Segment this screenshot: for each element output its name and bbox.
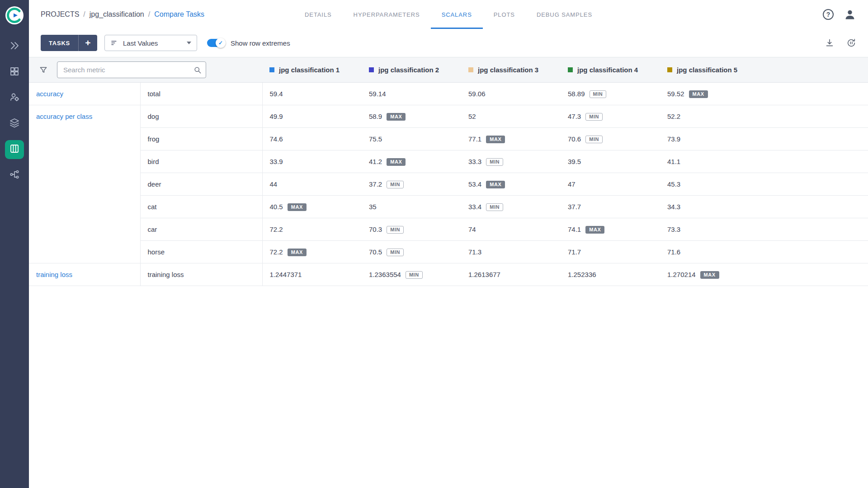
table-row: horse72.2MAX70.5MIN71.371.771.6: [29, 241, 868, 263]
breadcrumb-projects[interactable]: PROJECTS: [41, 10, 79, 19]
metric-value-cell: 71.7: [561, 241, 660, 263]
metric-value-cell: 1.2447371: [262, 263, 362, 286]
metric-value: 71.3: [468, 248, 481, 256]
table-row: car72.270.3MIN7474.1MAX73.3: [29, 218, 868, 241]
sidebar-item-quickstart[interactable]: [0, 33, 29, 59]
sidebar-item-pipelines[interactable]: [0, 162, 29, 188]
metric-value-cell: 77.1MAX: [461, 128, 561, 150]
auto-refresh-icon[interactable]: [846, 38, 856, 48]
left-nav-rail: [0, 0, 29, 488]
values-mode-label: Last Values: [123, 39, 158, 47]
metric-value-cell: 39.5: [561, 150, 660, 173]
sidebar-item-projects[interactable]: [0, 111, 29, 136]
task-color-swatch: [667, 67, 672, 72]
metric-value: 37.7: [568, 203, 581, 211]
metric-value-cell: 35: [362, 196, 461, 218]
metric-name-link[interactable]: accuracy per class: [36, 113, 92, 120]
metric-value: 59.06: [468, 90, 486, 98]
tab-scalars[interactable]: SCALARS: [431, 0, 483, 29]
row-extremes-toggle-wrap: ✓ Show row extremes: [207, 39, 290, 47]
tab-hyperparameters[interactable]: HYPERPARAMETERS: [343, 0, 431, 29]
max-badge: MAX: [585, 226, 604, 234]
metric-value: 70.3: [369, 225, 382, 233]
max-badge: MAX: [689, 90, 708, 98]
task-column-header[interactable]: jpg classification 2: [362, 57, 461, 83]
task-column-header[interactable]: jpg classification 5: [660, 57, 868, 83]
compare-tabs: DETAILS HYPERPARAMETERS SCALARS PLOTS DE…: [294, 0, 603, 29]
agent-icon: [9, 92, 20, 104]
values-mode-dropdown[interactable]: Last Values: [104, 35, 197, 51]
task-color-swatch: [269, 67, 274, 72]
task-column-header[interactable]: jpg classification 4: [561, 57, 660, 83]
toolbar: TASKS + Last Values ✓ Show row extremes: [29, 29, 868, 57]
sidebar-item-experiments[interactable]: [0, 136, 29, 162]
metric-value-cell: 37.2MIN: [362, 173, 461, 196]
user-avatar-icon[interactable]: [844, 8, 856, 21]
tab-details[interactable]: DETAILS: [294, 0, 343, 29]
min-badge: MIN: [486, 203, 503, 211]
search-box: [57, 61, 206, 78]
search-icon[interactable]: [193, 66, 202, 75]
metric-value-cell: 33.9: [262, 150, 362, 173]
metric-value-cell: 1.2613677: [461, 263, 561, 286]
metric-value-cell: 53.4MAX: [461, 173, 561, 196]
sidebar-item-datasets[interactable]: [0, 59, 29, 85]
metric-value-cell: 49.9: [262, 105, 362, 128]
max-badge: MAX: [700, 271, 719, 279]
metric-value: 1.2363554: [369, 271, 401, 278]
table-header-row: jpg classification 1 jpg classification …: [29, 57, 868, 83]
metric-value-cell: 72.2: [262, 218, 362, 241]
tab-plots[interactable]: PLOTS: [483, 0, 526, 29]
metric-value: 73.9: [667, 135, 680, 143]
download-icon[interactable]: [825, 38, 835, 48]
table-row: accuracytotal59.459.1459.0658.89MIN59.52…: [29, 83, 868, 105]
min-badge: MIN: [406, 271, 423, 279]
chevron-down-icon: [187, 42, 191, 44]
metric-name-link[interactable]: accuracy: [36, 90, 63, 98]
clearml-logo[interactable]: [5, 5, 24, 25]
metric-value: 45.3: [667, 180, 680, 188]
pipeline-icon: [9, 169, 20, 182]
layers-icon: [9, 117, 20, 130]
breadcrumb: PROJECTS / jpg_classification / Compare …: [41, 10, 204, 19]
sort-icon: [110, 39, 118, 47]
variant-name: training loss: [140, 263, 262, 286]
breadcrumb-compare-tasks[interactable]: Compare Tasks: [154, 10, 204, 19]
tasks-button[interactable]: TASKS: [41, 35, 78, 51]
metrics-comparison-table: jpg classification 1 jpg classification …: [29, 57, 868, 286]
grid-icon: [9, 66, 20, 79]
variant-name: car: [140, 218, 262, 241]
show-row-extremes-toggle[interactable]: ✓: [207, 39, 225, 47]
metric-value-cell: 73.3: [660, 218, 868, 241]
metric-value: 74.1: [568, 225, 581, 233]
add-task-button[interactable]: +: [78, 35, 97, 51]
max-badge: MAX: [288, 203, 307, 211]
task-column-header[interactable]: jpg classification 1: [262, 57, 362, 83]
breadcrumb-separator: /: [83, 10, 85, 19]
tab-debug-samples[interactable]: DEBUG SAMPLES: [526, 0, 603, 29]
task-color-swatch: [568, 67, 573, 72]
metric-group-cell: accuracy: [29, 83, 140, 105]
table-row: frog74.675.577.1MAX70.6MIN73.9: [29, 128, 868, 150]
table-row: training losstraining loss1.24473711.236…: [29, 263, 868, 286]
filter-icon[interactable]: [39, 66, 48, 75]
metric-value-cell: 47.3MIN: [561, 105, 660, 128]
metric-name-link[interactable]: training loss: [36, 271, 72, 278]
metric-value-cell: 59.52MAX: [660, 83, 868, 105]
sidebar-item-agents[interactable]: [0, 85, 29, 111]
metric-value-cell: 52: [461, 105, 561, 128]
task-column-header[interactable]: jpg classification 3: [461, 57, 561, 83]
breadcrumb-project-name[interactable]: jpg_classification: [90, 10, 144, 19]
main-panel: PROJECTS / jpg_classification / Compare …: [29, 0, 868, 488]
metric-value-cell: 73.9: [660, 128, 868, 150]
metric-value-cell: 71.6: [660, 241, 868, 263]
max-badge: MAX: [387, 113, 406, 121]
help-icon[interactable]: ?: [823, 9, 834, 20]
variant-name: frog: [140, 128, 262, 150]
table-row: cat40.5MAX3533.4MIN37.734.3: [29, 196, 868, 218]
metric-value: 40.5: [270, 203, 283, 211]
metric-value: 1.2447371: [270, 271, 302, 278]
toggle-check-icon: ✓: [216, 38, 226, 48]
search-metric-input[interactable]: [57, 61, 206, 78]
metric-value: 33.9: [270, 158, 283, 165]
